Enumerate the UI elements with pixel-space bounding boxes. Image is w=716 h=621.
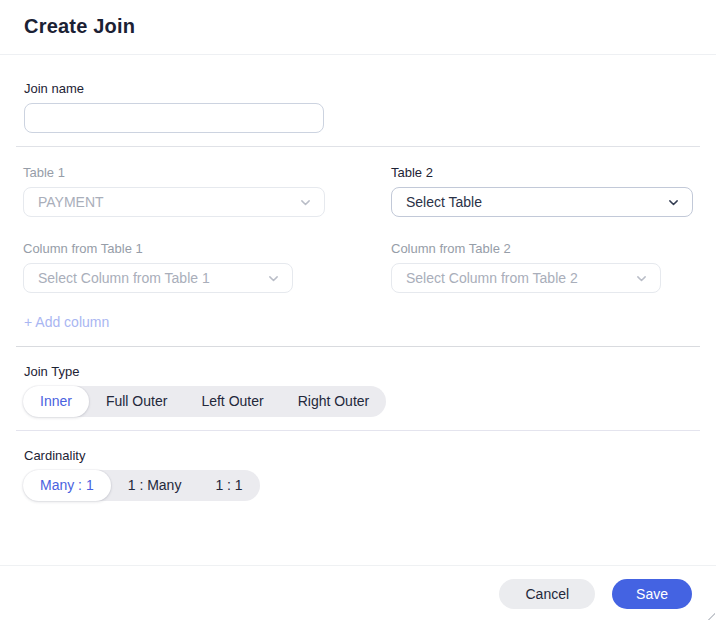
cardinality-segmented-control: Many : 1 1 : Many 1 : 1	[23, 470, 260, 501]
columns-row: Column from Table 1 Select Column from T…	[0, 241, 716, 293]
chevron-down-icon	[299, 196, 312, 209]
dialog-header: Create Join	[0, 0, 716, 55]
divider	[16, 430, 700, 431]
create-join-dialog: Create Join Join name Table 1 PAYMENT Ta…	[0, 0, 716, 621]
dialog-footer: Cancel Save	[0, 565, 716, 621]
join-name-input[interactable]	[24, 103, 324, 133]
join-name-label: Join name	[24, 81, 692, 96]
chevron-down-icon	[635, 272, 648, 285]
column2-select: Select Column from Table 2	[391, 263, 661, 293]
table1-field: Table 1 PAYMENT	[23, 165, 325, 217]
cardinality-option-1-many[interactable]: 1 : Many	[111, 470, 199, 501]
tables-row: Table 1 PAYMENT Table 2 Select Table	[0, 165, 716, 217]
cardinality-option-many-1[interactable]: Many : 1	[23, 470, 111, 501]
table1-select-value: PAYMENT	[38, 194, 104, 210]
page-title: Create Join	[24, 15, 692, 38]
add-column-link[interactable]: + Add column	[24, 314, 109, 330]
join-type-option-inner[interactable]: Inner	[23, 386, 89, 417]
join-type-segmented-control: Inner Full Outer Left Outer Right Outer	[23, 386, 386, 417]
column2-label: Column from Table 2	[391, 241, 693, 256]
table2-select[interactable]: Select Table	[391, 187, 693, 217]
join-type-option-right-outer[interactable]: Right Outer	[281, 386, 387, 417]
join-type-label: Join Type	[24, 364, 716, 379]
chevron-down-icon	[267, 272, 280, 285]
dialog-body: Join name Table 1 PAYMENT Table 2 Select…	[0, 55, 716, 565]
column1-field: Column from Table 1 Select Column from T…	[23, 241, 325, 293]
table1-label: Table 1	[23, 165, 325, 180]
column1-label: Column from Table 1	[23, 241, 325, 256]
column1-select: Select Column from Table 1	[23, 263, 293, 293]
table2-field: Table 2 Select Table	[391, 165, 693, 217]
table2-select-placeholder: Select Table	[406, 194, 482, 210]
table2-label: Table 2	[391, 165, 693, 180]
cancel-button[interactable]: Cancel	[499, 579, 595, 609]
join-type-option-full-outer[interactable]: Full Outer	[89, 386, 184, 417]
column2-field: Column from Table 2 Select Column from T…	[391, 241, 693, 293]
divider	[16, 146, 700, 147]
join-type-option-left-outer[interactable]: Left Outer	[184, 386, 280, 417]
chevron-down-icon	[667, 196, 680, 209]
join-name-section: Join name	[0, 55, 716, 133]
column2-select-placeholder: Select Column from Table 2	[406, 270, 578, 286]
resize-corner-mark	[705, 610, 715, 620]
cardinality-label: Cardinality	[24, 448, 716, 463]
save-button[interactable]: Save	[612, 579, 692, 609]
cardinality-option-1-1[interactable]: 1 : 1	[198, 470, 259, 501]
divider	[16, 346, 700, 347]
column1-select-placeholder: Select Column from Table 1	[38, 270, 210, 286]
table1-select: PAYMENT	[23, 187, 325, 217]
